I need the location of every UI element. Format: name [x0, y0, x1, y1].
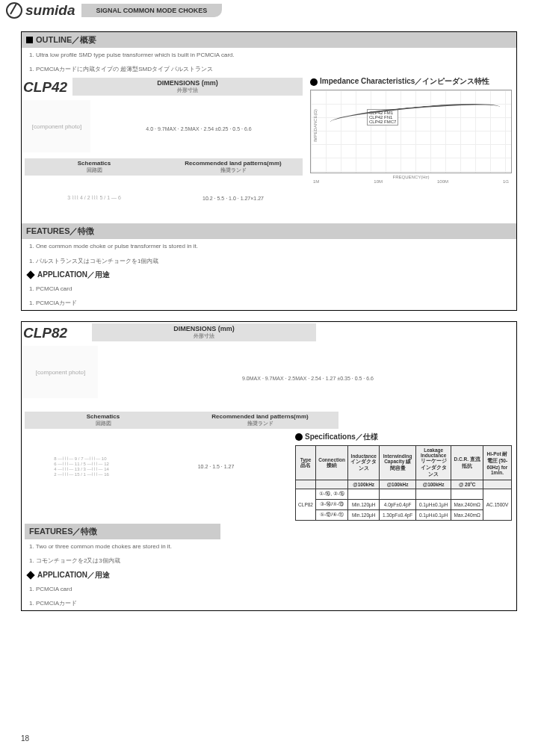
land-hdr-42: Recommended land patterns(mm)推奨ランド [164, 158, 303, 176]
brand-text: sumida [25, 2, 75, 19]
part-name-clp82: CLP82 [22, 322, 69, 344]
section-clp42: OUTLINE／概要 1. Ultra low profile SMD type… [21, 31, 517, 311]
app-en-42: 1. PCMCIA card [22, 282, 516, 296]
bullet-icon [295, 433, 303, 441]
features-en-82: 1. Two or three common mode chokes are s… [22, 539, 516, 554]
impedance-title: Impedance Characteristics／インピーダンス特性 [320, 77, 489, 85]
spec-row: ⑤-⑫/⑥-⑪ Min.120μH 1.30pF±0.4pF 0.1μH±0.1… [296, 510, 512, 521]
outline-title: OUTLINE／概要 [36, 34, 96, 46]
th-ind: Inductance インダクタンス [348, 446, 380, 480]
diamond-icon [26, 270, 34, 279]
app-en-82: 1. PCMCIA card [22, 582, 516, 596]
spec-row: ③-⑭/④-⑬ Min.120μH 4.0pF±0.4pF 0.1μH±0.1μ… [296, 500, 512, 510]
header-bar: sumida SIGNAL COMMON MODE CHOKES [0, 0, 538, 21]
features-hdr-82: FEATURES／特徴 [25, 524, 220, 539]
impedance-chart-col: Impedance Characteristics／インピーダンス特性 IMPE… [306, 76, 516, 220]
page-number: 18 [21, 734, 29, 743]
dimension-drawing-82: 9.0MAX · 9.7MAX · 2.5MAX · 2.54 · 1.27 ±… [99, 344, 516, 412]
chart-legend: CLP42 FM1 CLP42 FN1 CLP42 FMC7 [367, 109, 398, 126]
section-clp82: CLP82 DIMENSIONS (mm)外形寸法 [component pho… [21, 321, 517, 611]
features-jp-42: 1. パルストランス又はコモンチョークを1個内蔵 [22, 254, 516, 268]
impedance-chart: IMPEDANCE(Ω) CLP42 FM1 CLP42 FN1 CLP42 F… [310, 90, 512, 173]
category-tab: SIGNAL COMMON MODE CHOKES [81, 4, 223, 17]
product-image-42: [component photo] [23, 100, 90, 152]
spec-title: Specifications／仕様 [295, 432, 512, 442]
diamond-icon [26, 571, 34, 579]
th-conn: Connection 接続 [316, 446, 348, 480]
brand-logo: sumida [0, 2, 75, 19]
chart-xticks: 1M10M100M1G [310, 179, 512, 184]
schem-hdr-42: Schematics回路図 [25, 158, 164, 176]
spec-row: CLP82 ①-⑯, ②-⑮ AC.1500V [296, 489, 512, 500]
product-image-82: [component photo] [23, 346, 98, 398]
app-hdr-42: APPLICATION／用途 [22, 268, 516, 282]
schem-hdr-82: Schematics回路図 [25, 412, 182, 429]
spec-table: Type 品名 Connection 接続 Inductance インダクタンス… [295, 445, 512, 521]
outline-header: OUTLINE／概要 [22, 32, 516, 48]
th-dcr: D.C.R. 直流抵抗 [451, 446, 483, 480]
outline-text-en: 1. Ultra low profile SMD type pulse tran… [22, 48, 516, 62]
land-hdr-82: Recommended land patterns(mm)推奨ランド [182, 412, 338, 429]
features-en-42: 1. One common mode choke or pulse transf… [22, 239, 516, 253]
part-name-clp42: CLP42 [22, 76, 69, 99]
land-pattern-42: 10.2 · 5.5 · 1.0 · 1.27×1.27 [164, 176, 303, 220]
schematic-82: 8 —⌇⌇⌇— 9 / 7 —⌇⌇⌇— 106 —⌇⌇⌇— 11 / 5 —⌇⌇… [22, 429, 141, 504]
dimension-drawing-42: 4.0 · 9.7MAX · 2.5MAX · 2.54 ±0.25 · 0.5… [92, 99, 306, 158]
features-hdr-42: FEATURES／特徴 [22, 223, 516, 239]
dim-header-42: DIMENSIONS (mm)外形寸法 [72, 78, 303, 96]
outline-text-jp: 1. PCMCIAカードに内蔵タイプの 超薄型SMDタイプ パルストランス [22, 62, 516, 76]
app-jp-42: 1. PCMCIAカード [22, 296, 516, 310]
th-hipot: Hi-Pot 耐電圧 (50-60Hz) for 1min. [483, 446, 511, 480]
th-type: Type 品名 [296, 446, 316, 480]
brand-icon [6, 2, 22, 19]
app-hdr-82: APPLICATION／用途 [22, 568, 516, 582]
chart-ylabel: IMPEDANCE(Ω) [313, 109, 318, 142]
bullet-icon [310, 78, 318, 86]
th-leak: Leakage Inductance リーケージ インダクタンス [415, 446, 451, 480]
features-jp-82: 1. コモンチョークを2又は3個内蔵 [22, 554, 516, 568]
schematic-42: 3 ⌇⌇⌇ 4 / 2 ⌇⌇⌇ 5 / 1 — 6 [25, 176, 164, 220]
dim-header-82: DIMENSIONS (mm)外形寸法 [92, 323, 316, 341]
land-pattern-82: 10.2 · 1.5 · 1.27 [141, 429, 291, 504]
app-jp-82: 1. PCMCIAカード [22, 596, 516, 610]
th-iw: Interwinding Capacity 線間容量 [380, 446, 416, 480]
